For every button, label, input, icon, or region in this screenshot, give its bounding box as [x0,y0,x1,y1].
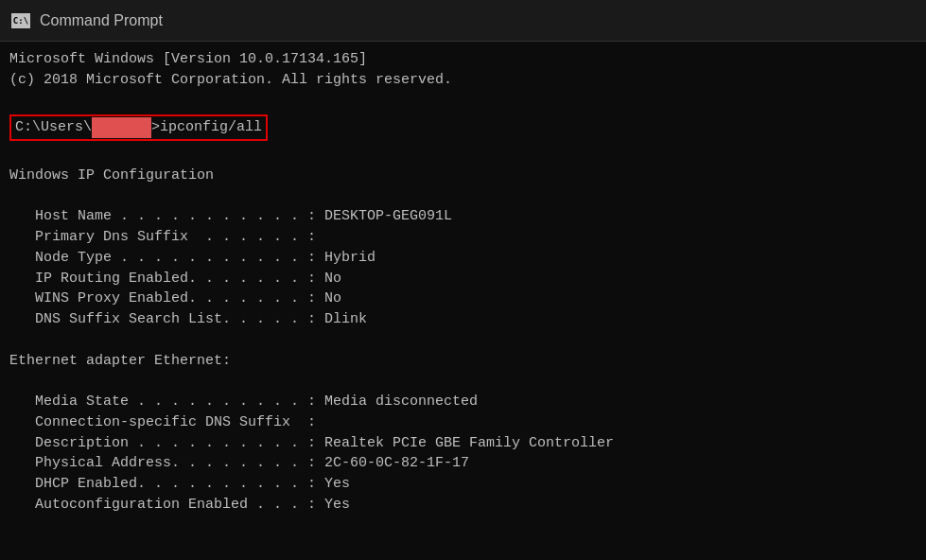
ethernet-adapter-line: Ethernet adapter Ethernet: [9,351,917,372]
spacer-4 [9,330,917,351]
command-prompt-window: C:\ Command Prompt Microsoft Windows [Ve… [0,0,926,560]
redacted-username [92,117,151,138]
command-prefix: C:\Users\ [15,119,92,135]
host-name-line: Host Name . . . . . . . . . . . : DESKTO… [9,206,917,227]
ip-routing-line: IP Routing Enabled. . . . . . . : No [9,269,917,289]
physical-addr-line: Physical Address. . . . . . . . : 2C-60-… [9,453,917,474]
spacer-1 [9,91,917,112]
spacer-3 [9,186,917,207]
wins-proxy-line: WINS Proxy Enabled. . . . . . . : No [9,289,917,309]
copyright-line: (c) 2018 Microsoft Corporation. All righ… [9,70,917,91]
command-line-container: C:\Users\ >ipconfig/all [9,113,917,143]
dns-suffix-line: DNS Suffix Search List. . . . . : Dlink [9,309,917,330]
primary-dns-line: Primary Dns Suffix . . . . . . : [9,227,917,248]
dhcp-enabled-line: DHCP Enabled. . . . . . . . . . : Yes [9,474,917,495]
title-bar: C:\ Command Prompt [0,0,926,42]
command-highlight-box: C:\Users\ >ipconfig/all [9,114,268,141]
autoconfig-line: Autoconfiguration Enabled . . . : Yes [9,495,917,516]
win-ip-config: Windows IP Configuration [9,166,917,186]
terminal-body[interactable]: Microsoft Windows [Version 10.0.17134.16… [0,42,926,560]
command-text: >ipconfig/all [151,119,262,135]
window-title: Command Prompt [40,12,163,29]
description-line: Description . . . . . . . . . . : Realte… [9,433,917,454]
node-type-line: Node Type . . . . . . . . . . . : Hybrid [9,248,917,269]
version-line: Microsoft Windows [Version 10.0.17134.16… [9,49,917,70]
media-state-line: Media State . . . . . . . . . . : Media … [9,392,917,412]
spacer-2 [9,145,917,166]
spacer-5 [9,371,917,392]
cmd-icon: C:\ [11,13,30,28]
conn-dns-suffix-line: Connection-specific DNS Suffix : [9,412,917,433]
